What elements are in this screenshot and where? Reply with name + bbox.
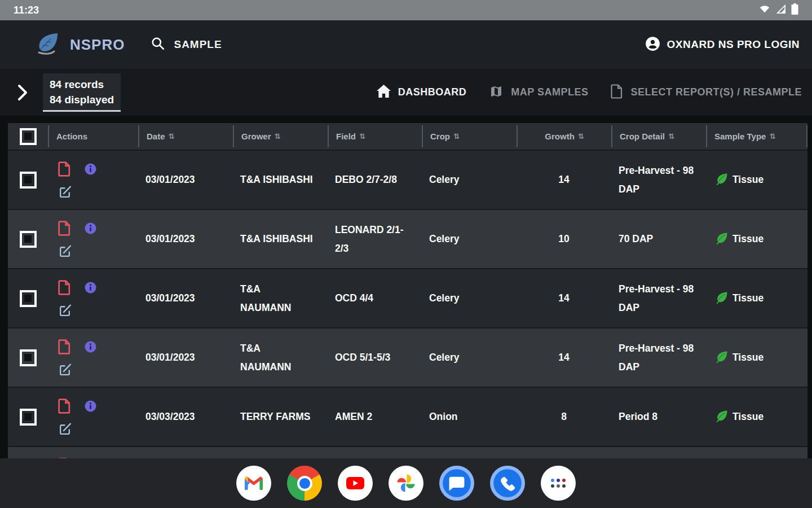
nav-dashboard-label: DASHBOARD	[398, 86, 467, 98]
cell-crop: Celery	[422, 170, 517, 189]
nav-select-reports-label: SELECT REPORT(S) / RESAMPLE	[630, 86, 802, 98]
edit-icon[interactable]	[58, 244, 138, 258]
column-header-sample-type[interactable]: Sample Type⇅	[706, 125, 807, 147]
report-pdf-icon[interactable]	[58, 221, 71, 236]
status-bar: 11:23	[0, 0, 812, 20]
cell-field: OCD 5/1-5/3	[328, 348, 422, 367]
phone-app-icon[interactable]	[490, 466, 525, 501]
row-checkbox[interactable]	[20, 409, 37, 426]
sort-icon[interactable]: ⇅	[578, 132, 584, 141]
column-header-crop-detail[interactable]: Crop Detail⇅	[611, 125, 706, 147]
row-actions	[48, 339, 138, 376]
expand-chevron-icon[interactable]	[17, 84, 28, 102]
cell-date: 03/01/2023	[138, 170, 233, 189]
column-header-grower[interactable]: Grower⇅	[233, 125, 328, 147]
info-icon[interactable]	[85, 222, 96, 234]
brand-logo[interactable]: NSPRO	[35, 32, 125, 58]
row-checkbox[interactable]	[20, 172, 37, 189]
sample-table-region: Actions Date⇅ Grower⇅ Field⇅ Crop⇅ Growt…	[0, 123, 812, 458]
cell-sample-type: Tissue	[706, 408, 807, 426]
column-header-growth[interactable]: Growth⇅	[517, 125, 611, 147]
nav-select-reports[interactable]: SELECT REPORT(S) / RESAMPLE	[611, 84, 802, 101]
signal-icon	[775, 3, 787, 17]
cell-growth: 14	[517, 170, 611, 189]
search-control[interactable]: SAMPLE	[151, 36, 222, 53]
app-drawer-icon[interactable]	[541, 466, 576, 501]
youtube-app-icon[interactable]	[338, 466, 373, 501]
cell-crop-detail: Pre-Harvest - 98 DAP	[611, 339, 706, 376]
tissue-leaf-icon	[715, 409, 729, 425]
google-photos-app-icon[interactable]	[389, 466, 423, 501]
info-icon[interactable]	[85, 282, 96, 294]
column-header-date[interactable]: Date⇅	[138, 125, 233, 147]
table-row[interactable]: 03/03/2023 TERRY FARMS AMEN 2 Onion 8 Pe…	[8, 387, 807, 446]
messages-app-icon[interactable]	[439, 466, 474, 501]
column-header-field[interactable]: Field⇅	[328, 125, 422, 147]
cell-growth: 8	[517, 408, 611, 426]
row-actions	[48, 280, 138, 317]
sort-icon[interactable]: ⇅	[169, 132, 175, 141]
sort-icon[interactable]: ⇅	[668, 132, 674, 141]
edit-icon[interactable]	[58, 362, 138, 376]
cell-grower: T&A NAUMANN	[233, 339, 328, 376]
toolbar: 84 records 84 displayed DASHBOARD MAP SA…	[0, 69, 812, 116]
gmail-app-icon[interactable]	[236, 466, 271, 501]
tissue-leaf-icon	[715, 350, 729, 366]
home-icon	[377, 85, 391, 100]
row-checkbox[interactable]	[20, 290, 37, 307]
edit-icon[interactable]	[58, 303, 138, 317]
column-header-crop[interactable]: Crop⇅	[422, 125, 517, 147]
sort-icon[interactable]: ⇅	[275, 132, 281, 141]
cell-sample-type: Tissue	[706, 230, 807, 248]
edit-icon[interactable]	[58, 422, 138, 436]
select-all-cell	[8, 125, 48, 147]
leaf-logo-icon	[35, 32, 62, 58]
login-button[interactable]: OXNARD NS PRO LOGIN	[645, 36, 800, 54]
chrome-app-icon[interactable]	[287, 466, 322, 501]
cell-crop: Celery	[422, 348, 517, 367]
cell-crop-detail: Pre-Harvest - 98 DAP	[611, 161, 706, 199]
select-all-checkbox[interactable]	[20, 128, 37, 145]
cell-date: 03/01/2023	[138, 348, 233, 367]
row-actions	[48, 221, 138, 258]
table-row[interactable]: 03/01/2023 T&A ISHIBASHI DEBO 2/7-2/8 Ce…	[8, 150, 807, 209]
cell-field: DEBO 2/7-2/8	[328, 170, 422, 189]
row-actions	[48, 161, 138, 199]
nav-dashboard[interactable]: DASHBOARD	[377, 85, 467, 100]
report-pdf-icon[interactable]	[58, 398, 71, 414]
table-row[interactable]: 03/01/2023 T&A NAUMANN OCD 4/4 Celery 14…	[8, 268, 807, 327]
cell-sample-type: Tissue	[706, 170, 807, 189]
row-checkbox[interactable]	[20, 231, 37, 248]
table-top-gap	[0, 116, 812, 123]
report-pdf-icon[interactable]	[58, 458, 71, 459]
cell-grower: TERRY FARMS	[233, 408, 328, 426]
nav-map-samples-label: MAP SAMPLES	[511, 86, 588, 98]
edit-icon[interactable]	[58, 185, 138, 199]
report-file-icon	[611, 84, 623, 101]
nav-map-samples[interactable]: MAP SAMPLES	[489, 85, 588, 100]
tissue-leaf-icon	[715, 172, 729, 188]
battery-icon	[791, 3, 798, 18]
report-pdf-icon[interactable]	[58, 280, 71, 295]
sort-icon[interactable]: ⇅	[359, 132, 365, 141]
table-row-partial[interactable]	[8, 446, 807, 458]
cell-grower: T&A ISHIBASHI	[233, 230, 328, 248]
sort-icon[interactable]: ⇅	[453, 132, 460, 141]
map-icon	[489, 85, 504, 100]
account-icon	[645, 36, 660, 54]
row-checkbox[interactable]	[20, 349, 37, 366]
info-icon[interactable]	[85, 163, 96, 175]
report-pdf-icon[interactable]	[58, 339, 71, 354]
table-right-margin	[807, 123, 812, 458]
cell-date: 03/01/2023	[138, 230, 233, 248]
cell-crop: Celery	[422, 230, 517, 248]
sort-icon[interactable]: ⇅	[769, 132, 775, 141]
cell-growth: 14	[517, 289, 611, 308]
report-pdf-icon[interactable]	[58, 161, 71, 177]
records-summary[interactable]: 84 records 84 displayed	[43, 73, 121, 112]
cell-crop: Onion	[422, 408, 517, 426]
table-row[interactable]: 03/01/2023 T&A NAUMANN OCD 5/1-5/3 Celer…	[8, 327, 807, 387]
info-icon[interactable]	[85, 400, 96, 412]
info-icon[interactable]	[85, 341, 96, 353]
table-row[interactable]: 03/01/2023 T&A ISHIBASHI LEONARD 2/1-2/3…	[8, 209, 807, 268]
